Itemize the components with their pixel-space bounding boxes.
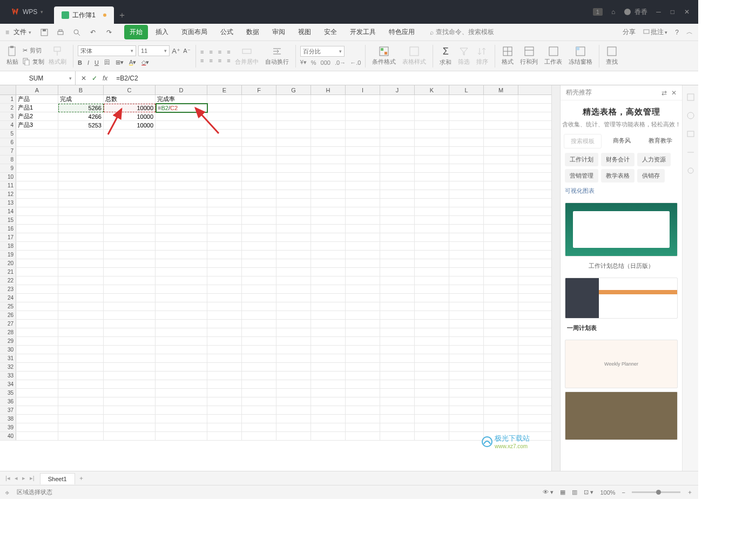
cell[interactable] (207, 311, 242, 319)
cell[interactable] (380, 380, 415, 388)
cell[interactable] (484, 259, 518, 267)
cell[interactable] (346, 372, 380, 380)
cell[interactable] (484, 276, 518, 285)
cell[interactable] (156, 346, 207, 354)
cell[interactable] (16, 268, 58, 276)
align-right-icon[interactable]: ≡ (218, 57, 221, 64)
cell[interactable] (242, 268, 276, 276)
cell[interactable] (156, 138, 207, 146)
cell[interactable] (104, 173, 156, 181)
rowcol-button[interactable]: 行和列 (518, 45, 540, 67)
cell[interactable] (346, 251, 380, 259)
cell[interactable] (346, 147, 380, 155)
sheet-last-icon[interactable]: ▸| (30, 475, 35, 482)
cell[interactable] (311, 251, 346, 259)
cell[interactable] (449, 207, 484, 215)
tab-features[interactable]: 特色应用 (383, 25, 420, 39)
cell[interactable]: 10000 (104, 104, 156, 112)
number-format-select[interactable]: 百分比▾ (300, 46, 345, 57)
strip-icon-5[interactable] (686, 166, 695, 175)
cell[interactable] (207, 216, 242, 224)
cell[interactable] (346, 354, 380, 362)
cell[interactable] (242, 207, 276, 215)
currency-icon[interactable]: ¥▾ (300, 59, 307, 66)
cell[interactable] (311, 423, 346, 431)
cell[interactable] (104, 354, 156, 362)
tag-finance[interactable]: 财务会计 (601, 153, 634, 166)
cell[interactable] (58, 432, 104, 440)
cell[interactable] (16, 251, 58, 259)
col-F[interactable]: F (242, 85, 276, 94)
cell[interactable] (156, 268, 207, 276)
cell[interactable] (449, 285, 484, 293)
cell[interactable] (16, 337, 58, 345)
collapse-ribbon-icon[interactable]: ︿ (686, 28, 693, 37)
print-icon[interactable] (56, 28, 65, 37)
cell[interactable] (276, 147, 311, 155)
cell[interactable] (276, 346, 311, 354)
strike-icon[interactable]: 田 (104, 58, 110, 66)
cell[interactable] (242, 138, 276, 146)
cell[interactable] (156, 380, 207, 388)
cell[interactable] (484, 95, 518, 103)
template-card-3[interactable]: Weekly Planner (565, 340, 678, 388)
cell[interactable] (104, 320, 156, 328)
row-header-28[interactable]: 28 (0, 328, 16, 336)
format-button[interactable]: 格式 (500, 45, 516, 67)
cell[interactable] (380, 233, 415, 241)
command-search[interactable]: ⌕ 查找命令、搜索模板 (430, 28, 494, 37)
cell[interactable] (16, 216, 58, 224)
sheet-tab-1[interactable]: Sheet1 (40, 473, 75, 484)
cell[interactable] (311, 190, 346, 198)
tab-start[interactable]: 开始 (124, 25, 148, 39)
increase-font-icon[interactable]: A⁺ (172, 46, 180, 55)
cell[interactable] (207, 242, 242, 250)
cell[interactable] (449, 268, 484, 276)
cell[interactable] (276, 311, 311, 319)
zoom-value[interactable]: 100% (600, 489, 615, 496)
cell[interactable] (58, 423, 104, 431)
doc-count-badge[interactable]: 1 (593, 8, 603, 16)
cell[interactable] (484, 268, 518, 276)
cell[interactable] (104, 242, 156, 250)
cell[interactable] (104, 276, 156, 285)
cell[interactable] (484, 199, 518, 207)
cell[interactable] (449, 380, 484, 388)
cell[interactable] (104, 285, 156, 293)
panel-menu-icon[interactable]: ⇄ (662, 89, 667, 97)
cell[interactable] (242, 121, 276, 129)
cell[interactable] (242, 389, 276, 397)
cell[interactable] (449, 225, 484, 233)
cell[interactable] (311, 95, 346, 103)
spreadsheet[interactable]: A B C D E F G H I J K L M 1产品完成总数完成率2产品1… (0, 85, 551, 471)
cell[interactable] (346, 95, 380, 103)
tag-hr[interactable]: 人力资源 (637, 153, 671, 166)
cell[interactable] (104, 130, 156, 138)
cell[interactable] (276, 328, 311, 336)
cell[interactable] (58, 164, 104, 172)
cell[interactable] (311, 302, 346, 310)
cell[interactable] (415, 147, 449, 155)
cell[interactable] (276, 268, 311, 276)
cell[interactable] (156, 354, 207, 362)
cell[interactable]: 产品3 (16, 121, 58, 129)
cell[interactable] (484, 302, 518, 310)
cell[interactable] (380, 346, 415, 354)
cell[interactable] (449, 233, 484, 241)
cell[interactable] (276, 181, 311, 190)
cell[interactable] (449, 199, 484, 207)
col-E[interactable]: E (207, 85, 242, 94)
underline-icon[interactable]: U (94, 59, 99, 66)
cell[interactable] (449, 363, 484, 371)
cell[interactable] (207, 328, 242, 336)
cell[interactable] (242, 259, 276, 267)
paste-button[interactable]: 粘贴 (4, 45, 21, 67)
cell[interactable] (156, 363, 207, 371)
cell[interactable] (380, 242, 415, 250)
row-header-36[interactable]: 36 (0, 397, 16, 406)
cell[interactable] (276, 372, 311, 380)
cell[interactable] (346, 242, 380, 250)
cell[interactable] (311, 268, 346, 276)
col-J[interactable]: J (380, 85, 415, 94)
cell[interactable] (449, 216, 484, 224)
